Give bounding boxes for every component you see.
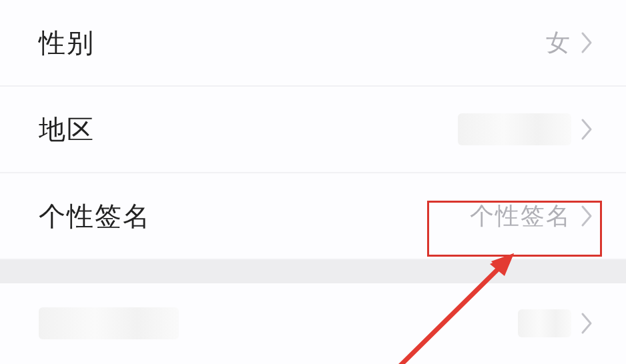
row-region[interactable]: 地区	[0, 87, 626, 173]
value-wrap-region	[458, 113, 593, 145]
row-signature[interactable]: 个性签名 个性签名	[0, 173, 626, 260]
chevron-right-icon	[581, 312, 593, 335]
label-gender: 性别	[39, 25, 95, 61]
label-unknown-redacted	[39, 307, 179, 339]
settings-list: 性别 女 地区 个性签名 个性签名	[0, 0, 626, 363]
chevron-right-icon	[581, 205, 593, 227]
value-gender: 女	[546, 27, 571, 59]
label-region: 地区	[39, 111, 95, 148]
chevron-right-icon	[581, 118, 593, 141]
value-region-redacted	[458, 113, 571, 145]
value-wrap-gender: 女	[546, 27, 593, 59]
value-wrap-signature: 个性签名	[470, 200, 593, 233]
section-divider	[0, 260, 626, 283]
row-gender[interactable]: 性别 女	[0, 0, 626, 87]
chevron-right-icon	[581, 31, 593, 54]
row-unknown[interactable]	[0, 283, 626, 363]
label-signature: 个性签名	[39, 198, 151, 235]
value-unknown-redacted	[518, 309, 571, 337]
value-wrap-unknown	[518, 309, 593, 337]
value-signature: 个性签名	[470, 200, 571, 233]
